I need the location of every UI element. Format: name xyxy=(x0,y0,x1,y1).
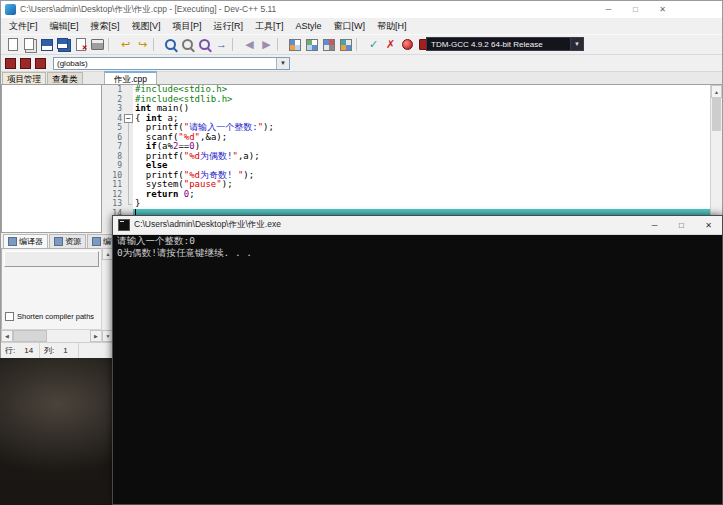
project-manager-panel[interactable] xyxy=(1,84,102,233)
new-project-button[interactable] xyxy=(286,37,303,53)
code-line[interactable]: 2#include<stdlib.h> xyxy=(102,95,722,105)
code-line[interactable]: 8 printf("%d为偶数!",a); xyxy=(102,152,722,162)
fold-column xyxy=(124,152,133,162)
editor-vertical-scrollbar[interactable]: ▲ ▼ xyxy=(710,85,722,233)
class-browser-combobox[interactable]: (globals) ▼ xyxy=(53,57,290,70)
title-bar[interactable]: C:\Users\admin\Desktop\作业\作业.cpp - [Exec… xyxy=(1,1,722,18)
compiler-profile-combobox[interactable]: TDM-GCC 4.9.2 64-bit Release ▼ xyxy=(426,37,584,51)
console-maximize-button[interactable]: □ xyxy=(668,216,695,234)
line-number[interactable]: 9 xyxy=(102,161,124,171)
fold-column xyxy=(124,85,133,95)
line-number[interactable]: 10 xyxy=(102,171,124,181)
menu-edit[interactable]: 编辑[E] xyxy=(44,18,85,35)
print-button[interactable] xyxy=(89,37,106,53)
remove-file-button[interactable] xyxy=(303,37,320,53)
menu-file[interactable]: 文件[F] xyxy=(3,18,44,35)
line-number[interactable]: 7 xyxy=(102,142,124,152)
code-line[interactable]: 11 system("pause"); xyxy=(102,180,722,190)
menu-astyle[interactable]: AStyle xyxy=(290,19,328,33)
scroll-left-icon[interactable]: ◀ xyxy=(1,330,13,342)
undo-button[interactable]: ↩ xyxy=(117,37,134,53)
line-number[interactable]: 8 xyxy=(102,152,124,162)
scrollbar-thumb[interactable] xyxy=(712,97,721,131)
report-panel: 编译器资源编译日志 Shorten compiler paths ◀ ▶ ▲ ▼ xyxy=(1,233,114,342)
toggle-bookmark-button[interactable] xyxy=(19,57,32,70)
line-number[interactable]: 1 xyxy=(102,85,124,95)
scrollbar-thumb[interactable] xyxy=(13,330,47,342)
code-line[interactable]: 13} xyxy=(102,199,722,209)
stop-execution-button[interactable]: ✗ xyxy=(382,37,399,53)
window-title: C:\Users\admin\Desktop\作业\作业.cpp - [Exec… xyxy=(20,4,276,16)
console-title-bar[interactable]: C:\Users\admin\Desktop\作业\作业.exe ─ □ ✕ xyxy=(113,216,722,235)
close-button[interactable]: ✕ xyxy=(649,2,676,17)
compile-button[interactable] xyxy=(337,37,354,53)
compiler-output-area[interactable]: Shorten compiler paths xyxy=(1,248,102,330)
code-area[interactable]: 1#include<stdio.h>2#include<stdlib.h>3in… xyxy=(102,85,722,218)
compile-run-button[interactable]: ✓ xyxy=(365,37,382,53)
goto-bookmark-button[interactable] xyxy=(34,57,47,70)
line-number[interactable]: 4 xyxy=(102,114,124,124)
back-button[interactable]: ◀ xyxy=(241,37,258,53)
menu-help[interactable]: 帮助[H] xyxy=(371,18,413,35)
fold-collapse-icon[interactable] xyxy=(124,114,133,124)
new-source-button[interactable] xyxy=(4,37,21,53)
menu-tools[interactable]: 工具[T] xyxy=(249,18,290,35)
tab-compile-log[interactable]: 编译日志 xyxy=(87,234,114,248)
open-file-button[interactable] xyxy=(21,37,38,53)
save-button[interactable] xyxy=(38,37,55,53)
desktop-background: { "window": { "title": "C:\\Users\\admin… xyxy=(0,0,723,505)
chevron-down-icon[interactable]: ▼ xyxy=(276,58,289,69)
chevron-down-icon[interactable]: ▼ xyxy=(570,38,583,50)
line-number[interactable]: 2 xyxy=(102,95,124,105)
report-horizontal-scrollbar[interactable]: ◀ ▶ xyxy=(1,329,102,342)
toolbar-separator xyxy=(356,38,363,51)
code-editor[interactable]: 1#include<stdio.h>2#include<stdlib.h>3in… xyxy=(102,84,722,233)
scrollbar-track[interactable] xyxy=(47,330,90,342)
maximize-button[interactable]: □ xyxy=(622,2,649,17)
console-close-button[interactable]: ✕ xyxy=(695,216,722,234)
redo-button[interactable]: ↪ xyxy=(134,37,151,53)
menu-view[interactable]: 视图[V] xyxy=(126,18,167,35)
class-toolbar-icons xyxy=(4,57,47,70)
save-all-button[interactable] xyxy=(55,37,72,53)
back-icon: ◀ xyxy=(245,39,253,50)
fold-column xyxy=(124,180,133,190)
status-line-label: 行: xyxy=(5,345,15,356)
find-in-files-icon xyxy=(182,39,193,50)
shorten-paths-checkbox[interactable] xyxy=(5,312,14,321)
new-unit-button[interactable] xyxy=(4,57,17,70)
line-number[interactable]: 6 xyxy=(102,133,124,143)
find-in-files-button[interactable] xyxy=(179,37,196,53)
status-line-cell: 行: 14 xyxy=(1,343,40,358)
stop-execution-icon: ✗ xyxy=(386,39,395,50)
line-number[interactable]: 11 xyxy=(102,180,124,190)
goto-line-button[interactable]: → xyxy=(213,37,230,53)
line-number[interactable]: 3 xyxy=(102,104,124,114)
minimize-button[interactable]: ─ xyxy=(595,2,622,17)
replace-button[interactable] xyxy=(196,37,213,53)
goto-bookmark-icon xyxy=(35,58,46,69)
tab-resources[interactable]: 资源 xyxy=(49,234,86,248)
tab-compiler[interactable]: 编译器 xyxy=(3,234,48,248)
code-line[interactable]: 3int main() xyxy=(102,104,722,114)
line-number[interactable]: 13 xyxy=(102,199,124,209)
code-line[interactable]: 12 return 0; xyxy=(102,190,722,200)
close-file-button[interactable] xyxy=(72,37,89,53)
line-number[interactable]: 5 xyxy=(102,123,124,133)
forward-button[interactable]: ▶ xyxy=(258,37,275,53)
class-toolbar: (globals) ▼ xyxy=(1,55,722,72)
find-button[interactable] xyxy=(162,37,179,53)
code-text: scanf("%d",&a); xyxy=(133,133,722,143)
menu-project[interactable]: 项目[P] xyxy=(167,18,208,35)
menu-search[interactable]: 搜索[S] xyxy=(85,18,126,35)
console-minimize-button[interactable]: ─ xyxy=(641,216,668,234)
menu-run[interactable]: 运行[R] xyxy=(208,18,250,35)
line-number[interactable]: 12 xyxy=(102,190,124,200)
open-file-icon xyxy=(24,38,34,50)
tab-resources-icon xyxy=(54,237,63,246)
code-text: int main() xyxy=(133,104,722,114)
project-options-button[interactable] xyxy=(320,37,337,53)
menu-window[interactable]: 窗口[W] xyxy=(328,18,372,35)
compile-run-icon: ✓ xyxy=(369,39,378,50)
debug-button[interactable] xyxy=(399,37,416,53)
